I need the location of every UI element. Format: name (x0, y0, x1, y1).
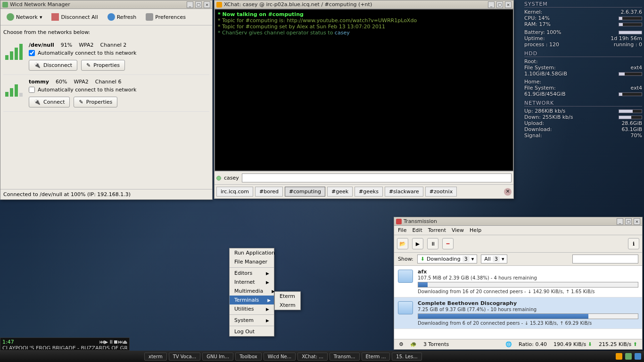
gear-icon[interactable]: ⚙ (399, 341, 404, 347)
close-button[interactable]: × (505, 1, 512, 8)
channel-tab[interactable]: #geek (327, 187, 353, 197)
torrent-progress-text: 107.5 MiB of 2.39 GiB (4.38%) - 4 hours … (418, 275, 638, 280)
remove-button[interactable]: ━ (442, 238, 454, 249)
turtle-icon[interactable]: 🐢 (410, 341, 417, 347)
open-torrent-button[interactable]: 📂 (397, 238, 408, 249)
channel-tab[interactable]: #zootnix (425, 187, 457, 197)
taskbar-task[interactable]: 15. Les... (392, 353, 421, 361)
torrent-status: Downloading from 6 of 20 connected peers… (418, 321, 638, 326)
play-time: 1:47 (2, 339, 14, 345)
tray-icon[interactable] (635, 353, 641, 360)
nick-label[interactable]: casey (224, 175, 239, 181)
menu-item[interactable]: Eterm (275, 292, 300, 301)
stop-button[interactable]: ⏹ (113, 339, 118, 345)
menu-item[interactable]: System▶ (230, 316, 274, 325)
transmission-titlebar[interactable]: Transmission _ ▢ × (394, 217, 642, 226)
refresh-button[interactable]: Refresh (103, 11, 141, 23)
plug-icon: 🔌 (34, 62, 41, 68)
menu-item[interactable]: Xterm (275, 301, 300, 310)
taskbar[interactable]: xtermTV Voca...GNU Im...ToolboxWicd Ne..… (0, 351, 644, 362)
tray-icon[interactable] (625, 353, 632, 360)
menu-item[interactable]: Utilities▶ (230, 304, 274, 313)
auto-connect-checkbox[interactable]: Automatically connect to this network (29, 87, 207, 93)
menu-item[interactable]: Terminals▶ (230, 296, 274, 304)
channel-tab[interactable]: #computing (285, 187, 325, 197)
message-input[interactable] (242, 173, 512, 182)
minimize-button[interactable]: _ (488, 1, 495, 8)
channel-tab[interactable]: #slackware (385, 187, 423, 197)
torrent-row[interactable]: Complete Beethoven Discography 7.25 GiB … (394, 297, 642, 329)
disconnect-button[interactable]: 🔌Disconnect (29, 60, 77, 71)
pause-button[interactable]: ⏸ (108, 339, 113, 345)
search-input[interactable] (572, 255, 638, 263)
ssid: tommy (29, 79, 49, 85)
torrent-row[interactable]: afx 107.5 MiB of 2.39 GiB (4.38%) - 4 ho… (394, 266, 642, 297)
menu-item[interactable]: Internet▶ (230, 278, 274, 287)
security: WPA2 (79, 42, 93, 48)
menu-item[interactable]: Editors▶ (230, 269, 274, 278)
pause-button[interactable]: ⏸ (427, 238, 438, 249)
start-button[interactable]: ▶ (412, 238, 423, 249)
taskbar-task[interactable]: Eterm ... (362, 353, 390, 361)
close-button[interactable]: × (204, 1, 210, 8)
taskbar-task[interactable]: Toolbox (235, 353, 262, 361)
submenu-arrow-icon: ▶ (266, 307, 269, 312)
taskbar-task[interactable]: XChat: ... (297, 353, 328, 361)
refresh-icon (107, 13, 115, 21)
preferences-button[interactable]: Preferences (141, 11, 190, 23)
taskbar-task[interactable]: Transm... (330, 353, 360, 361)
connect-button[interactable]: 🔌Connect (29, 97, 70, 107)
taskbar-task[interactable]: Wicd Ne... (264, 353, 296, 361)
wicd-titlebar[interactable]: Wicd Network Manager _ ▢ × (0, 0, 212, 9)
chat-log[interactable]: * Now talking on #computing* Topic for #… (215, 9, 513, 171)
eject-button[interactable]: ⏏ (123, 339, 127, 345)
menu-item[interactable]: File Manager (230, 257, 274, 266)
minimize-button[interactable]: _ (617, 218, 623, 225)
menu-torrent[interactable]: Torrent (428, 227, 446, 233)
menu-edit[interactable]: Edit (412, 227, 422, 233)
transmission-statusbar: ⚙ 🐢 3 Torrents 🌐 Ratio: 0.40 190.49 KiB/… (394, 339, 642, 349)
down-arrow-icon: ⬇ (588, 341, 592, 347)
menu-file[interactable]: File (398, 227, 406, 233)
menu-view[interactable]: View (452, 227, 464, 233)
maximize-button[interactable]: ▢ (496, 1, 503, 8)
tray-icon[interactable] (616, 353, 622, 360)
taskbar-task[interactable]: xterm (144, 353, 167, 361)
taskbar-task[interactable]: GNU Im... (202, 353, 233, 361)
state-filter-combo[interactable]: ⬇Downloading3▾ (417, 255, 477, 263)
terminals-submenu[interactable]: EtermXterm (274, 291, 301, 310)
play-button[interactable]: ▶ (104, 339, 108, 345)
menu-help[interactable]: Help (470, 227, 481, 233)
taskbar-task[interactable]: TV Voca... (169, 353, 200, 361)
network-entry[interactable]: /dev/null91%WPA2Channel 2 Automatically … (3, 38, 209, 75)
menu-item[interactable]: Multimedia▶ (230, 287, 274, 296)
minimize-button[interactable]: _ (187, 1, 193, 8)
audacious-player[interactable]: 1:47 ⏮▶⏸⏹⏭⏏ CLAYPOOL'S FROG BRIGADE - BU… (0, 337, 130, 351)
disconnect-all-button[interactable]: Disconnect All (47, 11, 102, 23)
xchat-titlebar[interactable]: XChat: casey @ irc-p02a.blue.icq.net / #… (215, 0, 513, 9)
channel-tab[interactable]: #geeks (355, 187, 383, 197)
tracker-filter-combo[interactable]: All3▾ (481, 255, 507, 263)
network-entry[interactable]: tommy60%WPA2Channel 6 Automatically conn… (3, 75, 209, 112)
menu-item[interactable]: Log Out (230, 327, 274, 336)
properties-button[interactable]: ✎Properties (74, 97, 117, 107)
desktop-context-menu[interactable]: Run ApplicationFile ManagerEditors▶Inter… (229, 248, 274, 337)
maximize-button[interactable]: ▢ (195, 1, 202, 8)
xchat-app-icon (216, 2, 222, 8)
properties-button[interactable]: ℹ (628, 238, 639, 249)
next-button[interactable]: ⏭ (118, 339, 123, 345)
close-tab-button[interactable]: × (504, 188, 512, 196)
close-button[interactable]: × (634, 218, 640, 225)
prev-button[interactable]: ⏮ (99, 339, 104, 345)
server-tab[interactable]: irc.icq.com (216, 187, 253, 197)
signal-icon (5, 45, 25, 60)
network-menu-button[interactable]: Network▾ (2, 11, 46, 23)
up-bar (619, 109, 642, 113)
system-tray (616, 353, 641, 360)
properties-button[interactable]: ✎Properties (81, 60, 125, 71)
auto-connect-checkbox[interactable]: Automatically connect to this network (29, 50, 207, 56)
maximize-button[interactable]: ▢ (625, 218, 632, 225)
channel-tab[interactable]: #bored (255, 187, 283, 197)
menu-item[interactable]: Run Application (230, 248, 274, 257)
torrent-list[interactable]: afx 107.5 MiB of 2.39 GiB (4.38%) - 4 ho… (394, 266, 642, 339)
